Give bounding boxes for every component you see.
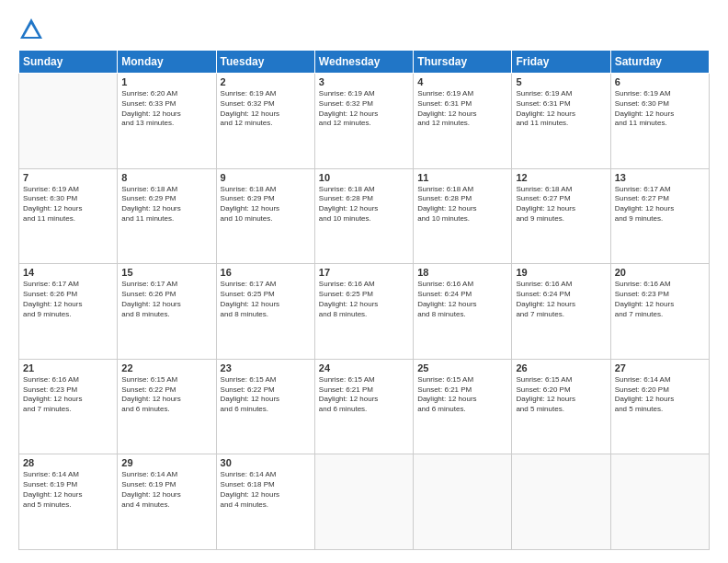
- day-info: Sunrise: 6:15 AM Sunset: 6:21 PM Dayligh…: [319, 375, 409, 415]
- day-number: 7: [23, 172, 113, 183]
- day-number: 23: [221, 362, 311, 373]
- day-info: Sunrise: 6:17 AM Sunset: 6:26 PM Dayligh…: [121, 280, 211, 319]
- day-number: 19: [516, 267, 606, 278]
- calendar-cell: 13Sunrise: 6:17 AM Sunset: 6:27 PM Dayli…: [610, 168, 709, 264]
- calendar-cell: 15Sunrise: 6:17 AM Sunset: 6:26 PM Dayli…: [118, 264, 216, 360]
- day-info: Sunrise: 6:20 AM Sunset: 6:33 PM Dayligh…: [121, 89, 211, 129]
- day-number: 9: [221, 172, 311, 183]
- calendar-cell: 19Sunrise: 6:16 AM Sunset: 6:24 PM Dayli…: [512, 264, 610, 360]
- day-info: Sunrise: 6:18 AM Sunset: 6:29 PM Dayligh…: [121, 185, 211, 224]
- day-info: Sunrise: 6:19 AM Sunset: 6:30 PM Dayligh…: [615, 89, 705, 129]
- day-number: 13: [615, 172, 705, 183]
- day-number: 15: [121, 267, 211, 278]
- calendar-cell: 24Sunrise: 6:15 AM Sunset: 6:21 PM Dayli…: [314, 359, 413, 454]
- day-number: 21: [23, 362, 113, 373]
- day-info: Sunrise: 6:15 AM Sunset: 6:20 PM Dayligh…: [516, 375, 606, 415]
- calendar-cell: 27Sunrise: 6:14 AM Sunset: 6:20 PM Dayli…: [610, 359, 709, 454]
- calendar-table: SundayMondayTuesdayWednesdayThursdayFrid…: [18, 50, 710, 550]
- page: SundayMondayTuesdayWednesdayThursdayFrid…: [0, 0, 728, 563]
- calendar-cell: 5Sunrise: 6:19 AM Sunset: 6:31 PM Daylig…: [512, 74, 610, 169]
- day-info: Sunrise: 6:14 AM Sunset: 6:19 PM Dayligh…: [23, 470, 113, 510]
- day-info: Sunrise: 6:18 AM Sunset: 6:28 PM Dayligh…: [319, 185, 409, 224]
- day-info: Sunrise: 6:16 AM Sunset: 6:24 PM Dayligh…: [516, 280, 606, 319]
- calendar-cell: 8Sunrise: 6:18 AM Sunset: 6:29 PM Daylig…: [118, 168, 216, 264]
- day-info: Sunrise: 6:16 AM Sunset: 6:25 PM Dayligh…: [319, 280, 409, 319]
- day-info: Sunrise: 6:17 AM Sunset: 6:27 PM Dayligh…: [615, 185, 705, 224]
- calendar-week-row: 28Sunrise: 6:14 AM Sunset: 6:19 PM Dayli…: [19, 454, 710, 550]
- calendar-cell: 23Sunrise: 6:15 AM Sunset: 6:22 PM Dayli…: [216, 359, 314, 454]
- day-info: Sunrise: 6:16 AM Sunset: 6:24 PM Dayligh…: [417, 280, 507, 319]
- day-header-thursday: Thursday: [414, 51, 512, 74]
- day-info: Sunrise: 6:19 AM Sunset: 6:30 PM Dayligh…: [23, 185, 113, 224]
- day-number: 30: [221, 457, 311, 468]
- day-info: Sunrise: 6:19 AM Sunset: 6:32 PM Dayligh…: [319, 89, 409, 129]
- day-info: Sunrise: 6:18 AM Sunset: 6:28 PM Dayligh…: [417, 185, 507, 224]
- calendar-cell: 20Sunrise: 6:16 AM Sunset: 6:23 PM Dayli…: [610, 264, 709, 360]
- day-info: Sunrise: 6:17 AM Sunset: 6:26 PM Dayligh…: [23, 280, 113, 319]
- calendar-cell: 28Sunrise: 6:14 AM Sunset: 6:19 PM Dayli…: [19, 454, 118, 550]
- calendar-cell: 29Sunrise: 6:14 AM Sunset: 6:19 PM Dayli…: [118, 454, 216, 550]
- calendar-cell: 14Sunrise: 6:17 AM Sunset: 6:26 PM Dayli…: [19, 264, 118, 360]
- day-number: 27: [615, 362, 705, 373]
- day-header-saturday: Saturday: [610, 51, 709, 74]
- calendar-cell: 21Sunrise: 6:16 AM Sunset: 6:23 PM Dayli…: [19, 359, 118, 454]
- day-header-tuesday: Tuesday: [216, 51, 314, 74]
- calendar-cell: 3Sunrise: 6:19 AM Sunset: 6:32 PM Daylig…: [314, 74, 413, 169]
- day-info: Sunrise: 6:16 AM Sunset: 6:23 PM Dayligh…: [23, 375, 113, 415]
- logo-icon: [18, 17, 44, 42]
- day-number: 28: [23, 457, 113, 468]
- day-number: 18: [417, 267, 507, 278]
- day-info: Sunrise: 6:17 AM Sunset: 6:25 PM Dayligh…: [221, 280, 311, 319]
- calendar-cell: [314, 454, 413, 550]
- day-number: 16: [221, 267, 311, 278]
- calendar-cell: 11Sunrise: 6:18 AM Sunset: 6:28 PM Dayli…: [414, 168, 512, 264]
- calendar-cell: 25Sunrise: 6:15 AM Sunset: 6:21 PM Dayli…: [414, 359, 512, 454]
- day-number: 29: [121, 457, 211, 468]
- calendar-cell: [512, 454, 610, 550]
- logo: [18, 17, 48, 42]
- day-number: 20: [615, 267, 705, 278]
- day-info: Sunrise: 6:14 AM Sunset: 6:19 PM Dayligh…: [121, 470, 211, 510]
- day-info: Sunrise: 6:16 AM Sunset: 6:23 PM Dayligh…: [615, 280, 705, 319]
- calendar-cell: [19, 74, 118, 169]
- day-header-sunday: Sunday: [19, 51, 118, 74]
- calendar-cell: [610, 454, 709, 550]
- day-number: 1: [121, 76, 211, 87]
- day-info: Sunrise: 6:15 AM Sunset: 6:22 PM Dayligh…: [221, 375, 311, 415]
- day-info: Sunrise: 6:19 AM Sunset: 6:32 PM Dayligh…: [221, 89, 311, 129]
- day-number: 14: [23, 267, 113, 278]
- day-header-monday: Monday: [118, 51, 216, 74]
- day-header-friday: Friday: [512, 51, 610, 74]
- day-header-wednesday: Wednesday: [314, 51, 413, 74]
- calendar-header-row: SundayMondayTuesdayWednesdayThursdayFrid…: [19, 51, 710, 74]
- day-info: Sunrise: 6:15 AM Sunset: 6:21 PM Dayligh…: [417, 375, 507, 415]
- calendar-week-row: 1Sunrise: 6:20 AM Sunset: 6:33 PM Daylig…: [19, 74, 710, 169]
- day-info: Sunrise: 6:15 AM Sunset: 6:22 PM Dayligh…: [121, 375, 211, 415]
- day-info: Sunrise: 6:18 AM Sunset: 6:29 PM Dayligh…: [221, 185, 311, 224]
- day-number: 26: [516, 362, 606, 373]
- calendar-cell: 22Sunrise: 6:15 AM Sunset: 6:22 PM Dayli…: [118, 359, 216, 454]
- calendar-cell: 2Sunrise: 6:19 AM Sunset: 6:32 PM Daylig…: [216, 74, 314, 169]
- day-info: Sunrise: 6:14 AM Sunset: 6:20 PM Dayligh…: [615, 375, 705, 415]
- calendar-cell: 17Sunrise: 6:16 AM Sunset: 6:25 PM Dayli…: [314, 264, 413, 360]
- calendar-cell: 9Sunrise: 6:18 AM Sunset: 6:29 PM Daylig…: [216, 168, 314, 264]
- day-info: Sunrise: 6:19 AM Sunset: 6:31 PM Dayligh…: [516, 89, 606, 129]
- day-number: 24: [319, 362, 409, 373]
- calendar-cell: [414, 454, 512, 550]
- day-number: 2: [221, 76, 311, 87]
- calendar-cell: 10Sunrise: 6:18 AM Sunset: 6:28 PM Dayli…: [314, 168, 413, 264]
- day-number: 12: [516, 172, 606, 183]
- calendar-cell: 4Sunrise: 6:19 AM Sunset: 6:31 PM Daylig…: [414, 74, 512, 169]
- day-number: 4: [417, 76, 507, 87]
- calendar-week-row: 21Sunrise: 6:16 AM Sunset: 6:23 PM Dayli…: [19, 359, 710, 454]
- calendar-cell: 12Sunrise: 6:18 AM Sunset: 6:27 PM Dayli…: [512, 168, 610, 264]
- calendar-cell: 30Sunrise: 6:14 AM Sunset: 6:18 PM Dayli…: [216, 454, 314, 550]
- calendar-cell: 16Sunrise: 6:17 AM Sunset: 6:25 PM Dayli…: [216, 264, 314, 360]
- header: [18, 17, 710, 42]
- calendar-week-row: 7Sunrise: 6:19 AM Sunset: 6:30 PM Daylig…: [19, 168, 710, 264]
- day-number: 8: [121, 172, 211, 183]
- calendar-cell: 7Sunrise: 6:19 AM Sunset: 6:30 PM Daylig…: [19, 168, 118, 264]
- day-number: 22: [121, 362, 211, 373]
- day-number: 5: [516, 76, 606, 87]
- day-number: 17: [319, 267, 409, 278]
